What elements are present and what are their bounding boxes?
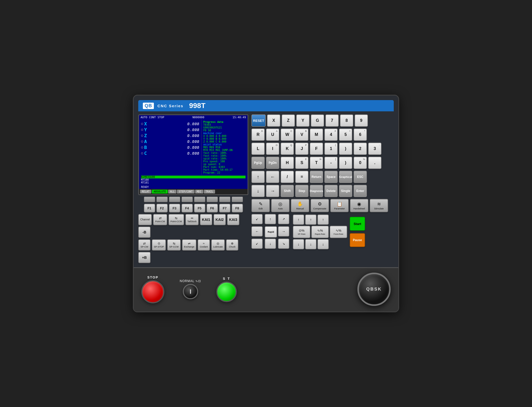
kai2-btn[interactable]: KAI2 [214, 214, 226, 225]
channel-btn[interactable]: Channel [138, 214, 152, 225]
f4-key[interactable]: F4 [182, 204, 193, 212]
soft-key-5[interactable] [194, 197, 205, 202]
handwheel[interactable]: QBSK [357, 273, 391, 306]
reset-key[interactable]: RESET [251, 114, 266, 127]
sp-rate-key[interactable]: ⊙% SP-Rate [293, 226, 310, 238]
coolant-btn[interactable]: ≈Coolant [198, 239, 210, 251]
space-key[interactable]: Space [324, 171, 338, 183]
tab-trail[interactable]: TRAIL [204, 190, 215, 194]
tab-relat[interactable]: RELAT [140, 190, 151, 194]
plus-b-btn[interactable]: +B [138, 252, 151, 263]
key-rparen[interactable]: ) [339, 143, 352, 155]
nav-right[interactable]: → [278, 226, 289, 237]
compensate-btn[interactable]: ⚙ Compensate [311, 199, 329, 212]
rate-up-feed[interactable]: ↑ [317, 215, 329, 225]
pgdn-key[interactable]: PgDn [266, 157, 279, 169]
rapid-rate-key[interactable]: ∿% Rapid-Rate [311, 226, 329, 238]
tailstock-btn[interactable]: ⇔TailStock [185, 214, 199, 225]
f5-key[interactable]: F5 [194, 204, 205, 212]
soft-key-6[interactable] [207, 197, 218, 202]
exchange-btn[interactable]: ⇌Exchange [182, 239, 196, 251]
key-J[interactable]: JP [295, 143, 308, 155]
minus-b-btn[interactable]: -B [138, 227, 151, 238]
key-R[interactable]: RD [251, 128, 265, 141]
key-5[interactable]: 5+ [339, 128, 352, 141]
parameter-btn[interactable]: 📋 Parameter [330, 199, 349, 212]
rapid-btn[interactable]: Rapid [265, 226, 277, 238]
lubricate-btn[interactable]: ◎Lubricate [211, 239, 225, 251]
key-rparen2[interactable]: ) [339, 157, 352, 169]
key-S[interactable]: SE [295, 157, 308, 169]
key-U[interactable]: UA [266, 128, 279, 141]
handwheel-btn[interactable]: ◉ Handwheel [350, 199, 368, 212]
rate-up-rapid[interactable]: ↑ [305, 215, 316, 225]
pgup-key[interactable]: PgUp [251, 157, 265, 169]
key-W[interactable]: WC [281, 128, 294, 141]
key-L[interactable]: L [251, 143, 265, 155]
nav-left[interactable]: ← [251, 226, 263, 237]
key-1[interactable]: 1( [324, 143, 338, 155]
soft-key-7[interactable] [219, 197, 230, 202]
soft-key-1[interactable] [144, 197, 155, 202]
rate-down-sp[interactable]: ↓ [293, 239, 304, 249]
start-btn[interactable]: Start [350, 217, 365, 231]
key-7[interactable]: 7 [325, 114, 339, 127]
key-dot[interactable]: . [368, 157, 381, 169]
key-T[interactable]: TN [310, 157, 323, 169]
point-ccw-btn[interactable]: ⇆Point-CCW [168, 214, 184, 225]
normal-knob[interactable] [183, 284, 198, 299]
key-X[interactable]: X [267, 114, 280, 127]
pause-btn[interactable]: Pause [350, 233, 365, 247]
key-4[interactable]: 4# [324, 128, 338, 141]
key-minus[interactable]: -[ [324, 157, 338, 169]
rate-up-sp[interactable]: ↑ [293, 215, 304, 225]
chuck-btn[interactable]: ⊕Chuck [226, 239, 238, 251]
key-9[interactable]: 9 [355, 114, 368, 127]
nav-bl[interactable]: ↙ [251, 239, 263, 249]
key-equals[interactable]: = [295, 171, 308, 183]
graphical-key[interactable]: Graphical [339, 171, 352, 183]
nav-tl[interactable]: ↙ [251, 214, 263, 224]
stimulate-btn[interactable]: ≋ Stimulate [370, 199, 388, 212]
key-3[interactable]: 3: [368, 143, 381, 155]
nav-br[interactable]: ↘ [278, 239, 289, 249]
key-F[interactable]: F [310, 143, 323, 155]
tab-absolute[interactable]: ABSOLUTE [152, 190, 168, 194]
sp-cw-btn[interactable]: ⇄SP-CW [138, 239, 151, 251]
tab-stepcont[interactable]: STEP/CONT [177, 190, 194, 194]
point-cw-btn[interactable]: ⇄Point-CW [153, 214, 167, 225]
key-M[interactable]: M [310, 128, 323, 141]
nav-tr[interactable]: ↗ [278, 214, 289, 224]
key-2[interactable]: 2 [354, 143, 367, 155]
stop-button[interactable] [141, 280, 164, 303]
left-arrow-key[interactable]: ← [266, 171, 279, 183]
enter-key[interactable]: Enter [354, 185, 367, 197]
nav-up[interactable]: ↑ [265, 214, 276, 224]
sp-ccw-btn[interactable]: ⇆SP-CCW [167, 239, 181, 251]
key-G[interactable]: G [311, 114, 324, 127]
return-key[interactable]: Return [310, 171, 323, 183]
key-0[interactable]: 0% [354, 157, 367, 169]
single-key[interactable]: Single [339, 185, 352, 197]
sp-stop-btn[interactable]: ⊙SP-STOP [152, 239, 166, 251]
soft-key-8[interactable] [232, 197, 243, 202]
nav-down[interactable]: ↓ [265, 239, 276, 249]
delete-key[interactable]: Delete [324, 185, 338, 197]
esc-key[interactable]: ESC [354, 171, 367, 183]
key-V[interactable]: VB [295, 128, 308, 141]
shift-key[interactable]: Shift [281, 185, 294, 197]
rate-down-rapid[interactable]: ↓ [305, 239, 316, 249]
manual-btn[interactable]: ✋ Manual [291, 199, 309, 212]
edit-btn[interactable]: ✎ Edit [251, 199, 270, 212]
tab-mdi[interactable]: MDI [195, 190, 203, 194]
up-arrow-key[interactable]: ↑ [251, 171, 265, 183]
f2-key[interactable]: F2 [156, 204, 168, 212]
key-6[interactable]: 6* [354, 128, 367, 141]
f1-key[interactable]: F1 [144, 204, 155, 212]
key-Y[interactable]: Y [296, 114, 310, 127]
auto-btn[interactable]: ◎ Auto [271, 199, 290, 212]
f6-key[interactable]: F6 [207, 204, 218, 212]
kai3-btn[interactable]: KAI3 [227, 214, 239, 225]
down-arrow-key[interactable]: ↓ [251, 185, 265, 197]
diagnosis-key[interactable]: Diagnosis [310, 185, 323, 197]
